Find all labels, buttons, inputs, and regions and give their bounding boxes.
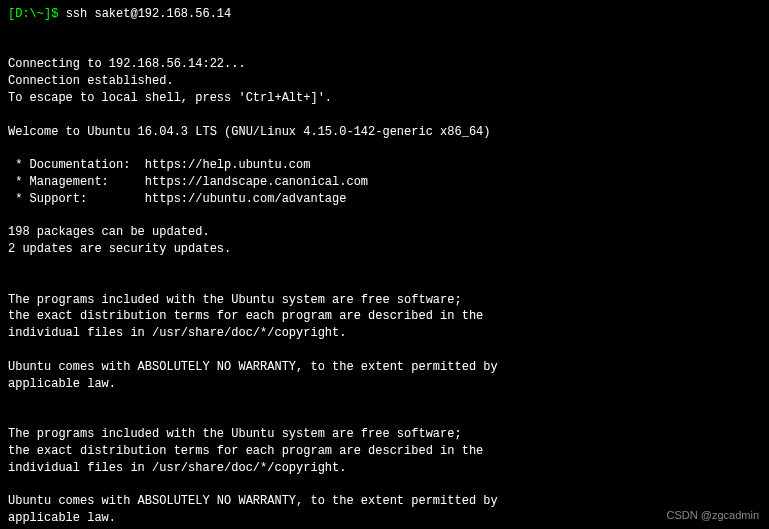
established-line: Connection established. [8, 73, 761, 90]
blank-line [8, 208, 761, 225]
warranty-line-1b: Ubuntu comes with ABSOLUTELY NO WARRANTY… [8, 493, 761, 510]
blank-line [8, 107, 761, 124]
blank-line [8, 140, 761, 157]
watermark: CSDN @zgcadmin [667, 508, 759, 523]
support-line: * Support: https://ubuntu.com/advantage [8, 191, 761, 208]
blank-line [8, 392, 761, 409]
warranty-line-2b: applicable law. [8, 510, 761, 527]
blank-line [8, 476, 761, 493]
connecting-line: Connecting to 192.168.56.14:22... [8, 56, 761, 73]
warranty-line-2: applicable law. [8, 376, 761, 393]
prompt-location: [D:\~] [8, 7, 51, 21]
welcome-line: Welcome to Ubuntu 16.04.3 LTS (GNU/Linux… [8, 124, 761, 141]
programs-line-3: individual files in /usr/share/doc/*/cop… [8, 325, 761, 342]
programs-line-1b: The programs included with the Ubuntu sy… [8, 426, 761, 443]
ssh-command: ssh saket@192.168.56.14 [66, 7, 232, 21]
programs-line-2: the exact distribution terms for each pr… [8, 308, 761, 325]
documentation-line: * Documentation: https://help.ubuntu.com [8, 157, 761, 174]
blank-line [8, 342, 761, 359]
security-line: 2 updates are security updates. [8, 241, 761, 258]
prompt-dollar: $ [51, 7, 65, 21]
packages-line: 198 packages can be updated. [8, 224, 761, 241]
programs-line-3b: individual files in /usr/share/doc/*/cop… [8, 460, 761, 477]
management-line: * Management: https://landscape.canonica… [8, 174, 761, 191]
blank-line [8, 23, 761, 40]
prompt-line[interactable]: [D:\~]$ ssh saket@192.168.56.14 [8, 6, 761, 23]
blank-line [8, 275, 761, 292]
warranty-line-1: Ubuntu comes with ABSOLUTELY NO WARRANTY… [8, 359, 761, 376]
blank-line [8, 258, 761, 275]
blank-line [8, 409, 761, 426]
programs-line-1: The programs included with the Ubuntu sy… [8, 292, 761, 309]
programs-line-2b: the exact distribution terms for each pr… [8, 443, 761, 460]
blank-line [8, 40, 761, 57]
escape-line: To escape to local shell, press 'Ctrl+Al… [8, 90, 761, 107]
